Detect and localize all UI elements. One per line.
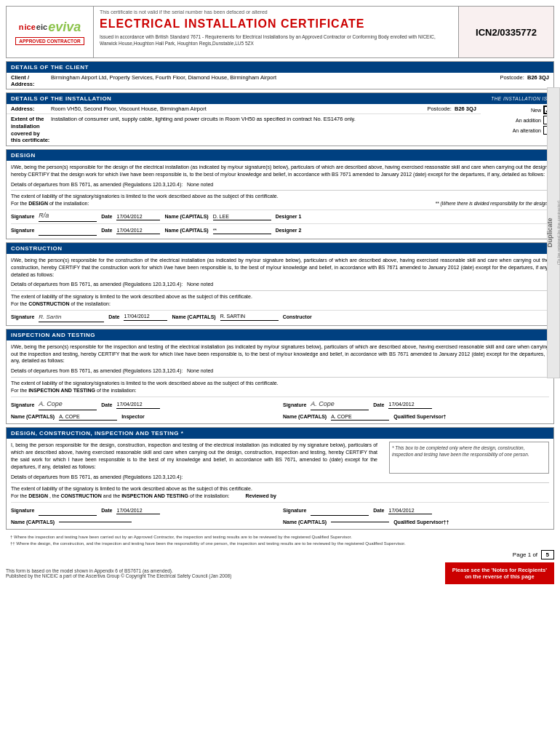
header-right: ICN2/0335772 [459,7,553,57]
dcit-name2-value [331,522,389,522]
inspection-sig2-date-value: 17/04/2012 [388,401,432,409]
inspection-name2-value: A. COPE [331,413,389,421]
inspection-name1-label: Name (CAPITALS) [11,413,55,421]
inspection-liability-text: The extent of liability of the signatory… [11,381,279,386]
dcit-departures: Details of departures from BS 7671, as a… [11,474,549,484]
inspection-name2-label: Name (CAPITALS) [283,413,327,421]
dcit-sig-col2: Signature Date 17/04/2012 Name (CAPITALS… [283,504,549,526]
construction-section: CONSTRUCTION I/We, being the person(s) r… [6,242,554,326]
dcit-sig1: Signature Date 17/04/2012 [11,506,277,516]
alteration-label: An alteration [513,128,541,133]
dcit-section-header: DESIGN, CONSTRUCTION, INSPECTION AND TES… [7,428,553,439]
footer-right-line2: on the reverse of this page [452,573,547,580]
inspection-name2-row: Name (CAPITALS) A. COPE Qualified Superv… [283,412,549,421]
approved-contractor-badge: APPROVED CONTRACTOR [15,37,84,45]
divided-responsibility: ** (Where there is divided responsibilit… [436,200,549,207]
footer-notes: † Where the inspection and testing have … [6,533,554,549]
construction-para: I/We, being the person(s) responsible fo… [11,257,549,278]
construction-liability: The extent of liability of the signatory… [11,293,549,308]
inspection-para: I/We, being the person(s) responsible fo… [11,343,549,364]
inspection-sig2-date-label: Date [373,402,384,409]
client-section-header: DETAILS OF THE CLIENT [7,62,553,73]
construction-departures: Details of departures from BS 7671, as a… [11,281,549,291]
client-postcode: Postcode: B26 3QJ [500,74,549,81]
postcode-label: Postcode: [500,74,524,81]
dcit-sig1-line [39,506,97,516]
dcit-name1-value [59,522,132,522]
design-departures-label: Details of departures from BS 7671, as a… [11,182,183,187]
inspection-sig1-date-value: 17/04/2012 [116,401,160,409]
design-departures: Details of departures from BS 7671, as a… [11,181,549,191]
dcit-name1-label: Name (CAPITALS) [11,519,55,526]
dcit-sig2-date-label: Date [373,507,384,514]
construction-section-header: CONSTRUCTION [7,243,553,254]
header-issued: Issued in accordance with British Standa… [100,33,452,47]
construction-sig-label: Signature [11,314,34,321]
construction-departures-label: Details of departures from BS 7671, as a… [11,282,183,287]
new-label: New [531,108,541,113]
page-number-row: Page 1 of 5 [6,551,554,558]
installation-is-label: The installation is: [491,96,549,101]
inspection-section: INSPECTION AND TESTING I/We, being the p… [6,329,554,425]
reviewed-by-label: Reviewed by [245,493,276,498]
client-label: Client / Address: [11,74,51,87]
for-design-label: For the DESIGN of the installation: [11,201,89,206]
inspection-sig2: Signature A. Cope Date 17/04/2012 [283,400,549,410]
address-label: Address: [11,105,51,112]
dcit-sig-row: Signature Date 17/04/2012 Name (CAPITALS… [11,502,549,526]
inspection-name1-value: A. COPE [59,413,117,421]
construction-sig-row: Signature R. Sartin Date 17/04/2012 Name… [11,310,549,322]
dcit-body: I, being the person responsible for the … [7,439,553,528]
design-section: DESIGN I/We, being the person(s) respons… [6,149,554,239]
extent-value: Installation of consumer unit, supply ca… [51,116,476,122]
footer-left-text: This form is based on the model shown in… [6,568,231,578]
construction-sig-line: R. Sartin [39,312,104,322]
inspection-sig1-line: A. Cope [39,400,97,410]
sig1-name-value: D. LEE [213,213,271,221]
install-postcode-label: Postcode: [427,105,451,112]
sig2-line [39,226,97,236]
sig1-line: R/a [39,212,97,222]
inspection-liability: The extent of liability of the signatory… [11,380,549,394]
construction-body: I/We, being the person(s) responsible fo… [7,254,553,325]
dcit-note: * This box to be completed only where th… [389,442,549,473]
header-middle: This certificate is not valid if the ser… [94,7,459,57]
sig2-name-value: ** [213,227,271,235]
dcit-liability: The extent of liability of the signatory… [11,485,549,500]
inspection-departures-label: Details of departures from BS 7671, as a… [11,368,183,373]
sig1-date-value: 17/04/2012 [116,213,160,221]
design-liability-text: The extent of liability of the signatory… [11,194,279,199]
logo-eviva: eviva [48,20,81,35]
for-dcit-label: For the DESIGN , the CONSTRUCTION and th… [11,493,229,498]
sig1-name-label: Name (CAPITALS) [164,213,208,220]
dcit-sig2-line [311,506,369,516]
design-sig-row1: Signature R/a Date 17/04/2012 Name (CAPI… [11,210,549,222]
inspection-name1-row: Name (CAPITALS) A. COPE Inspector [11,412,277,421]
footnote2: †† Where the design, the construction, a… [10,541,550,547]
dcit-header-text: DESIGN, CONSTRUCTION, INSPECTION AND TES… [11,430,183,437]
header-title: ELECTRICAL INSTALLATION CERTIFICATE [100,17,452,31]
dcit-sig2: Signature Date 17/04/2012 [283,506,549,516]
sig1-role: Designer 1 [276,213,302,220]
footer-right-line1: Please see the 'Notes for Recipients' [452,567,547,573]
sig1-date-label: Date [101,213,112,220]
design-section-header: DESIGN [7,150,553,161]
construction-date-label: Date [108,314,119,321]
dcit-liability-text: The extent of liability of the signatory… [11,486,252,491]
dcit-name2-role: Qualified Supervisor†† [393,519,449,526]
sig2-name-label: Name (CAPITALS) [164,227,208,234]
page-of-label: Page 1 of [513,551,537,558]
dcit-sig-col1: Signature Date 17/04/2012 Name (CAPITALS… [11,504,277,526]
inspection-sig2-label: Signature [283,402,306,409]
dcit-para: I, being the person responsible for the … [11,442,377,470]
icn-number: ICN2/0335772 [476,27,537,38]
dcit-departures-label: Details of departures from BS 7671, as a… [11,474,183,479]
sig2-date-value: 17/04/2012 [116,227,160,235]
logo-niceic2: ice [25,23,36,31]
sig2-label: Signature [11,227,34,234]
inspection-name2-role: Qualified Supervisor† [393,413,446,421]
construction-name-value: R. SARTIN [220,313,279,321]
page: (To be retained by the contractor) Dupli… [0,0,560,745]
inspection-section-header: INSPECTION AND TESTING [7,330,553,340]
logo-block: n ice eic eviva APPROVED CONTRACTOR [7,7,94,57]
